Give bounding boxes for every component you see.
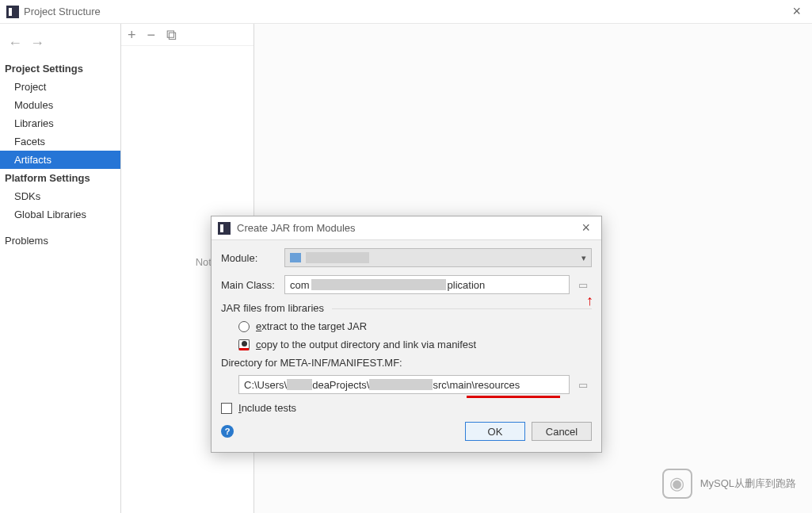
- dialog-titlebar: Create JAR from Modules ×: [212, 216, 601, 240]
- back-icon[interactable]: ←: [8, 35, 22, 52]
- window-title: Project Structure: [24, 6, 787, 17]
- close-icon[interactable]: ×: [787, 3, 806, 20]
- sidebar: ← → Project Settings Project Modules Lib…: [0, 24, 121, 513]
- section-platform-settings: Platform Settings: [0, 169, 120, 187]
- main-titlebar: Project Structure ×: [0, 0, 812, 24]
- watermark: ◉ MySQL从删库到跑路: [662, 469, 796, 499]
- module-label: Module:: [221, 252, 284, 264]
- dir-part1: C:\Users\: [244, 379, 287, 391]
- browse-main-class-icon[interactable]: ▭: [574, 276, 592, 293]
- checkbox-icon: [221, 403, 232, 414]
- chevron-down-icon: ▾: [581, 253, 586, 263]
- help-icon[interactable]: ?: [221, 425, 234, 438]
- remove-icon[interactable]: −: [147, 28, 156, 42]
- radio-copy-label: copy to the output directory and link vi…: [256, 339, 476, 350]
- sidebar-item-sdks[interactable]: SDKs: [0, 187, 120, 205]
- manifest-dir-field[interactable]: C:\Users\ deaProjects\ src\main\resource…: [238, 375, 570, 394]
- browse-dir-icon[interactable]: ▭: [574, 376, 592, 393]
- manifest-dir-label: Directory for META-INF/MANIFEST.MF:: [221, 357, 592, 369]
- radio-icon: [238, 321, 250, 332]
- dialog-title: Create JAR from Modules: [237, 222, 577, 234]
- redacted-user: [287, 379, 312, 390]
- section-project-settings: Project Settings: [0, 59, 120, 78]
- redacted-project: [369, 379, 433, 390]
- dir-part2: deaProjects\: [312, 379, 369, 391]
- radio-extract-label: extract to the target JAR: [256, 320, 367, 332]
- sidebar-item-artifacts[interactable]: Artifacts: [0, 151, 120, 169]
- create-jar-dialog: Create JAR from Modules × Module: ▾ Main…: [211, 216, 602, 453]
- main-class-suffix: plication: [448, 279, 486, 291]
- main-class-label: Main Class:: [221, 279, 284, 291]
- include-tests-checkbox[interactable]: Include tests: [221, 402, 592, 414]
- forward-icon[interactable]: →: [30, 35, 44, 52]
- sidebar-item-libraries[interactable]: Libraries: [0, 114, 120, 132]
- wechat-icon: ◉: [662, 469, 692, 499]
- jar-files-fieldset-label: JAR files from libraries: [221, 302, 592, 314]
- redacted-module-name: [306, 252, 369, 263]
- watermark-text: MySQL从删库到跑路: [700, 477, 796, 491]
- sidebar-item-facets[interactable]: Facets: [0, 132, 120, 151]
- radio-icon: [238, 339, 250, 350]
- app-icon: [6, 6, 19, 18]
- include-tests-label: Include tests: [238, 402, 296, 414]
- sidebar-item-global-libraries[interactable]: Global Libraries: [0, 205, 120, 224]
- radio-copy[interactable]: copy to the output directory and link vi…: [221, 339, 592, 350]
- app-icon: [218, 222, 231, 235]
- annotation-underline: [467, 396, 560, 398]
- sidebar-item-project[interactable]: Project: [0, 78, 120, 96]
- ok-button[interactable]: OK: [465, 422, 525, 441]
- module-combobox[interactable]: ▾: [284, 248, 592, 267]
- redacted-package: [311, 279, 446, 290]
- copy-icon[interactable]: ⧉: [166, 28, 177, 42]
- add-icon[interactable]: +: [128, 28, 136, 42]
- sidebar-item-modules[interactable]: Modules: [0, 96, 120, 114]
- cancel-button[interactable]: Cancel: [532, 422, 592, 441]
- dir-part3: src\main\resources: [433, 379, 520, 391]
- dialog-close-icon[interactable]: ×: [577, 220, 595, 236]
- radio-extract[interactable]: extract to the target JAR: [221, 320, 592, 332]
- sidebar-item-problems[interactable]: Problems: [0, 232, 120, 250]
- main-class-field[interactable]: com plication: [284, 275, 570, 294]
- main-class-prefix: com: [290, 279, 310, 291]
- module-icon: [290, 253, 301, 262]
